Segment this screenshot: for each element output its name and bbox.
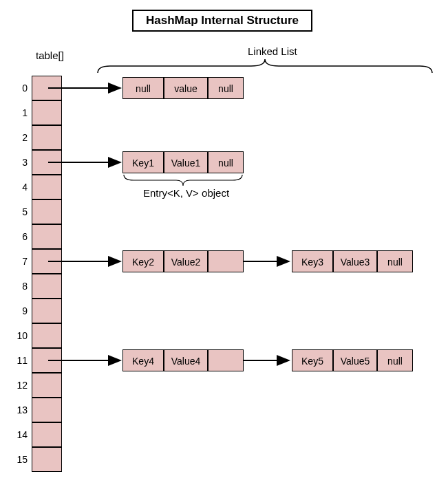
bucket-index: 7	[11, 256, 28, 267]
bucket-cell	[32, 274, 62, 299]
entry-value: Value4	[164, 349, 208, 371]
bucket-index: 13	[11, 404, 28, 415]
entry-next	[208, 349, 244, 371]
bucket-cell	[32, 373, 62, 398]
bucket-index: 10	[11, 330, 28, 341]
entry-key: Key4	[122, 349, 164, 371]
entry-node: Key5 Value5 null	[292, 349, 413, 371]
bucket-cell	[32, 422, 62, 447]
entry-value: Value1	[164, 151, 208, 173]
entry-next: null	[377, 250, 413, 272]
entry-next: null	[208, 77, 244, 99]
bucket-cell	[32, 125, 62, 150]
bucket-index: 8	[11, 281, 28, 292]
entry-value: value	[164, 77, 208, 99]
bucket-cell	[32, 299, 62, 323]
entry-node: Key4 Value4	[122, 349, 244, 371]
entry-next: null	[377, 349, 413, 371]
bucket-index: 9	[11, 305, 28, 316]
bucket-cell	[32, 199, 62, 224]
entry-key: Key3	[292, 250, 333, 272]
page-title: HashMap Internal Structure	[132, 10, 312, 32]
bucket-index: 2	[11, 132, 28, 143]
bucket-index: 11	[11, 355, 28, 366]
entry-value: Value2	[164, 250, 208, 272]
bucket-index: 3	[11, 157, 28, 168]
entry-node: Key2 Value2	[122, 250, 244, 272]
linked-list-brace	[96, 58, 434, 74]
bucket-cell	[32, 100, 62, 125]
bucket-cell	[32, 447, 62, 472]
entry-key: Key2	[122, 250, 164, 272]
bucket-index: 14	[11, 429, 28, 440]
bucket-index: 6	[11, 231, 28, 242]
entry-node: null value null	[122, 77, 244, 99]
bucket-index: 1	[11, 107, 28, 118]
bucket-cell	[32, 398, 62, 422]
entry-node: Key3 Value3 null	[292, 250, 413, 272]
table-header-label: table[]	[36, 50, 64, 61]
bucket-cell	[32, 224, 62, 249]
bucket-cell	[32, 150, 62, 175]
entry-object-brace	[122, 173, 244, 187]
linked-list-label: Linked List	[248, 45, 297, 57]
entry-next: null	[208, 151, 244, 173]
entry-node: Key1 Value1 null	[122, 151, 244, 173]
bucket-cell	[32, 175, 62, 199]
bucket-index: 5	[11, 206, 28, 217]
arrows-layer	[0, 0, 448, 498]
entry-value: Value3	[333, 250, 377, 272]
entry-key: Key1	[122, 151, 164, 173]
bucket-cell	[32, 76, 62, 100]
bucket-index: 15	[11, 454, 28, 465]
entry-next	[208, 250, 244, 272]
entry-object-label: Entry<K, V> object	[143, 187, 229, 199]
bucket-cell	[32, 249, 62, 274]
bucket-cell	[32, 348, 62, 373]
bucket-index: 4	[11, 182, 28, 193]
bucket-index: 0	[11, 83, 28, 94]
entry-value: Value5	[333, 349, 377, 371]
entry-key: Key5	[292, 349, 333, 371]
bucket-cell	[32, 323, 62, 348]
bucket-index: 12	[11, 380, 28, 391]
entry-key: null	[122, 77, 164, 99]
